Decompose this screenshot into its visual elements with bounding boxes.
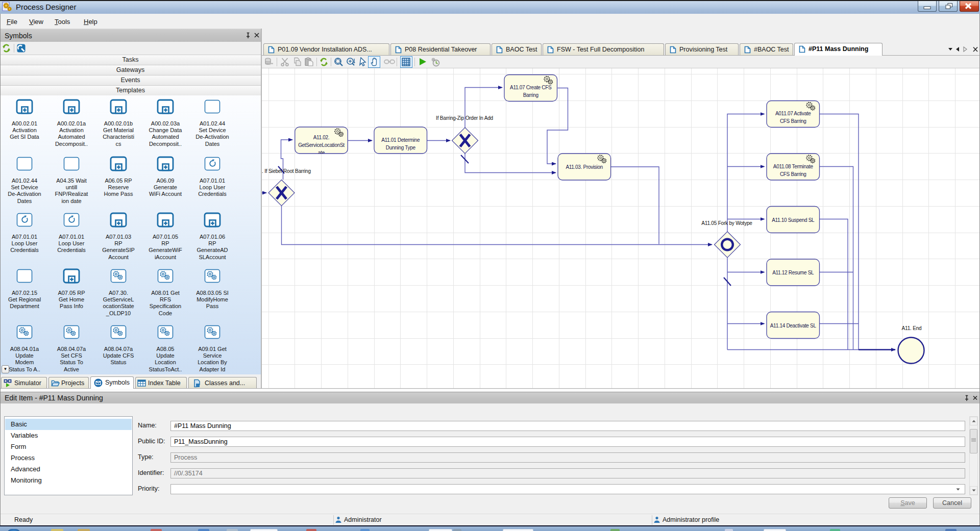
svg-text:A11.07 Create CFS: A11.07 Create CFS (510, 85, 552, 90)
svg-text:A11.01 Determine: A11.01 Determine (381, 137, 420, 143)
svg-text:A11.14 Deactivate SL: A11.14 Deactivate SL (770, 323, 817, 328)
svg-text:A11.02.: A11.02. (313, 135, 330, 140)
svg-text:A11. End: A11. End (902, 325, 922, 331)
svg-text:A11.03. Provision: A11.03. Provision (566, 164, 603, 170)
svg-text:A011.08 Terminate: A011.08 Terminate (773, 164, 814, 169)
svg-text:. If Siebel Root Barring: . If Siebel Root Barring (262, 168, 311, 174)
svg-text:GetServiceLocationSt: GetServiceLocationSt (298, 142, 345, 148)
svg-text:If Barring-Zip Order In Add: If Barring-Zip Order In Add (436, 115, 493, 121)
svg-text:A11.12 Resume SL: A11.12 Resume SL (772, 270, 814, 275)
svg-text:CFS Barring: CFS Barring (780, 118, 806, 124)
svg-text:Dunning Type: Dunning Type (386, 145, 416, 150)
svg-text:Barring: Barring (523, 92, 538, 98)
svg-text:A11.10 Suspend SL: A11.10 Suspend SL (772, 217, 815, 223)
svg-text:A11.05 Fork by Wotype: A11.05 Fork by Wotype (701, 220, 752, 226)
svg-text:CFS Barring: CFS Barring (780, 171, 806, 177)
svg-text:A011.07 Activate: A011.07 Activate (775, 111, 811, 116)
